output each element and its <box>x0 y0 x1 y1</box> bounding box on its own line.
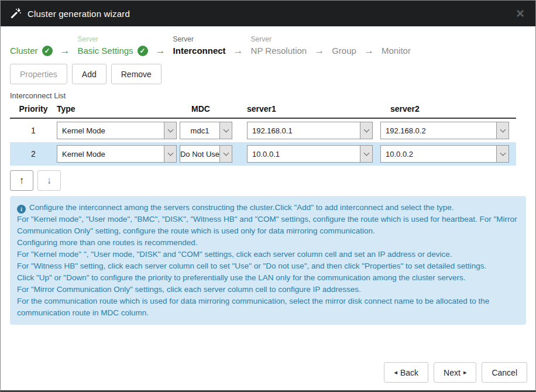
next-button[interactable]: Next ▸ <box>434 362 476 383</box>
arrow-right-icon: → <box>233 44 243 57</box>
step-sup-label: Server <box>251 34 307 44</box>
arrow-up-icon: ↑ <box>19 175 25 187</box>
chevron-down-icon[interactable] <box>360 146 372 162</box>
cluster-generation-wizard-dialog: Cluster generation wizard × Cluster ✓ → … <box>0 0 536 392</box>
step-label: Interconnect <box>173 46 226 56</box>
info-paragraph: For "Mirror Communication Only" settings… <box>17 284 519 295</box>
mdc-select[interactable]: mdc1 <box>180 122 232 139</box>
properties-button[interactable]: Properties <box>10 64 67 84</box>
step-basic-settings[interactable]: Server Basic Settings ✓ <box>78 34 148 57</box>
info-paragraph: For "Witness HB" setting, click each ser… <box>17 260 519 272</box>
wizard-steps: Cluster ✓ → Server Basic Settings ✓ → Se… <box>1 26 535 64</box>
server1-select[interactable]: 192.168.0.1 <box>247 122 373 139</box>
arrow-right-icon: → <box>314 44 324 57</box>
priority-cell: 1 <box>10 126 57 135</box>
reorder-controls: ↑ ↓ <box>10 170 526 191</box>
back-button[interactable]: ◂ Back <box>384 362 428 383</box>
cancel-button-label: Cancel <box>492 368 517 377</box>
close-icon[interactable]: × <box>514 6 527 20</box>
mdc-select-value: mdc1 <box>180 122 219 139</box>
remove-button[interactable]: Remove <box>111 64 162 84</box>
info-paragraph: Click "Up" or "Down" to configure the pr… <box>17 272 519 284</box>
info-text: Configure the interconnect among the ser… <box>29 203 454 212</box>
chevron-down-icon[interactable] <box>219 146 232 162</box>
info-icon: i <box>17 205 26 214</box>
step-np-resolution[interactable]: Server NP Resolution <box>251 34 307 57</box>
interconnect-list-caption: Interconnect List <box>10 91 526 100</box>
table-row[interactable]: 1 Kernel Mode mdc1 192.168.0.1 <box>10 119 516 142</box>
info-paragraph: iConfigure the interconnect among the se… <box>17 202 519 214</box>
step-group[interactable]: Group <box>332 44 356 57</box>
arrow-right-icon: → <box>156 44 166 57</box>
step-label: Basic Settings <box>78 46 133 56</box>
info-paragraph: Configuring more than one routes is reco… <box>17 237 519 249</box>
server1-select[interactable]: 10.0.0.1 <box>247 145 373 163</box>
chevron-down-icon[interactable] <box>164 122 176 139</box>
chevron-down-icon[interactable] <box>496 122 508 139</box>
arrow-right-icon: → <box>60 44 70 57</box>
header-server2: server2 <box>380 104 509 114</box>
server2-select-value: 192.168.0.2 <box>381 122 496 139</box>
type-select[interactable]: Kernel Mode <box>57 122 177 139</box>
footer: ◂ Back Next ▸ Cancel <box>384 362 527 383</box>
header-priority: Priority <box>10 104 57 114</box>
header-server1: server1 <box>247 104 373 114</box>
step-label: Cluster <box>10 46 38 56</box>
server1-select-value: 10.0.0.1 <box>248 146 360 162</box>
table-header-row: Priority Type MDC server1 server2 <box>10 102 516 119</box>
server2-select-value: 10.0.0.2 <box>381 146 496 162</box>
arrow-down-icon: ↓ <box>47 175 52 187</box>
back-button-label: Back <box>400 368 418 377</box>
interconnect-table: Priority Type MDC server1 server2 1 Kern… <box>10 102 516 166</box>
chevron-down-icon[interactable] <box>219 122 232 139</box>
header-type: Type <box>57 104 177 114</box>
title-bar: Cluster generation wizard × <box>1 1 535 26</box>
chevron-down-icon[interactable] <box>496 146 508 162</box>
triangle-right-icon: ▸ <box>463 369 467 376</box>
arrow-right-icon: → <box>364 44 374 57</box>
step-interconnect[interactable]: Server Interconnect <box>173 34 226 57</box>
type-select-value: Kernel Mode <box>57 122 164 139</box>
mdc-select[interactable]: Do Not Use <box>180 145 232 163</box>
info-paragraph: For "Kernel mode" ", "User mode, "DISK" … <box>17 249 519 260</box>
step-sup-label: Server <box>173 34 226 44</box>
cancel-button[interactable]: Cancel <box>482 362 527 383</box>
step-cluster[interactable]: Cluster ✓ <box>10 44 53 57</box>
priority-cell: 2 <box>10 149 57 159</box>
server2-select[interactable]: 192.168.0.2 <box>380 122 509 139</box>
header-mdc: MDC <box>180 104 232 114</box>
window-title: Cluster generation wizard <box>28 9 130 19</box>
step-label: Monitor <box>382 46 411 56</box>
type-select-value: Kernel Mode <box>57 146 164 162</box>
step-label: Group <box>332 46 356 56</box>
add-button[interactable]: Add <box>72 64 106 84</box>
magic-wand-icon <box>9 7 22 20</box>
step-monitor[interactable]: Monitor <box>382 44 411 57</box>
server2-select[interactable]: 10.0.0.2 <box>380 145 509 163</box>
step-label: NP Resolution <box>251 46 307 56</box>
next-button-label: Next <box>444 368 461 377</box>
toolbar: Properties Add Remove <box>1 64 535 84</box>
mdc-select-value: Do Not Use <box>180 146 219 162</box>
info-paragraph: For "Kernel mode", "User mode", "BMC", "… <box>17 214 519 237</box>
info-paragraph: For the communication route which is use… <box>17 295 519 319</box>
info-box: iConfigure the interconnect among the se… <box>10 196 526 325</box>
table-row[interactable]: 2 Kernel Mode Do Not Use 10.0.0.1 <box>10 142 516 166</box>
check-circle-icon: ✓ <box>42 46 53 56</box>
server1-select-value: 192.168.0.1 <box>248 122 360 139</box>
triangle-left-icon: ◂ <box>394 369 397 376</box>
type-select[interactable]: Kernel Mode <box>57 145 177 163</box>
move-down-button[interactable]: ↓ <box>37 170 61 191</box>
chevron-down-icon[interactable] <box>360 122 372 139</box>
step-sup-label: Server <box>78 34 148 44</box>
check-circle-icon: ✓ <box>138 46 148 56</box>
move-up-button[interactable]: ↑ <box>10 170 33 191</box>
chevron-down-icon[interactable] <box>164 146 176 162</box>
